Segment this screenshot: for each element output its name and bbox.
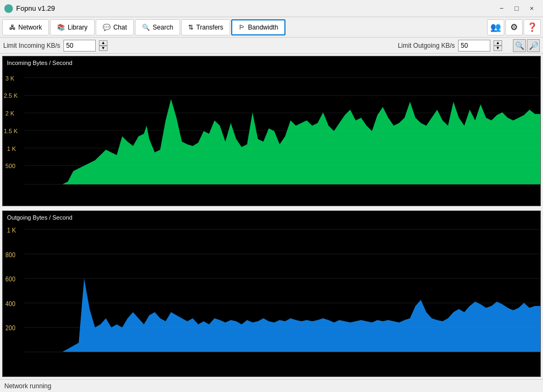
statusbar: Network running xyxy=(0,379,543,392)
nav-network-label: Network xyxy=(18,24,42,31)
zoom-out-button[interactable]: 🔎 xyxy=(527,39,540,52)
outgoing-spin: ▲ ▼ xyxy=(494,40,502,51)
outgoing-chart: Outgoing Bytes / Second 1 K 800 600 400 … xyxy=(2,210,541,377)
nav-transfers-button[interactable]: ⇅ Transfers xyxy=(181,19,230,35)
zoom-in-button[interactable]: 🔍 xyxy=(513,39,526,52)
help-icon: ❓ xyxy=(527,22,538,32)
zoom-buttons: 🔍 🔎 xyxy=(513,39,540,52)
search-icon: 🔍 xyxy=(142,24,150,31)
svg-marker-25 xyxy=(24,278,540,352)
chat-icon: 💬 xyxy=(103,24,111,31)
svg-text:1 K: 1 K xyxy=(7,226,16,234)
nav-bandwidth-button[interactable]: 🏳 Bandwidth xyxy=(231,19,285,35)
incoming-spin: ▲ ▼ xyxy=(99,40,108,51)
settings-icon: ⚙ xyxy=(510,22,518,32)
nav-search-label: Search xyxy=(153,24,173,31)
nav-network-button[interactable]: 🖧 Network xyxy=(2,19,49,35)
svg-text:200: 200 xyxy=(5,324,16,332)
nav-transfers-label: Transfers xyxy=(196,24,223,31)
incoming-chart-svg: 3 K 2.5 K 2 K 1.5 K 1 K 500 xyxy=(3,56,540,206)
incoming-limit-label: Limit Incoming KB/s xyxy=(3,42,60,49)
minimize-button[interactable]: − xyxy=(495,3,509,14)
svg-marker-13 xyxy=(24,99,540,184)
bandwidth-icon: 🏳 xyxy=(239,24,245,31)
nav-chat-label: Chat xyxy=(113,24,127,31)
help-button[interactable]: ❓ xyxy=(524,19,541,35)
outgoing-limit-input[interactable] xyxy=(458,40,490,52)
svg-text:1 K: 1 K xyxy=(7,146,16,152)
titlebar-controls: − □ × xyxy=(495,3,539,14)
nav-bandwidth-label: Bandwidth xyxy=(248,24,278,31)
nav-search-button[interactable]: 🔍 Search xyxy=(135,19,180,35)
nav-chat-button[interactable]: 💬 Chat xyxy=(96,19,134,35)
nav-library-label: Library xyxy=(68,24,88,31)
close-button[interactable]: × xyxy=(525,3,539,14)
toolbar: 🖧 Network 📚 Library 💬 Chat 🔍 Search ⇅ Tr… xyxy=(0,17,543,38)
svg-text:500: 500 xyxy=(5,163,16,170)
app-title: Fopnu v1.29 xyxy=(16,4,55,12)
outgoing-spin-down[interactable]: ▼ xyxy=(494,46,502,51)
titlebar: Fopnu v1.29 − □ × xyxy=(0,0,543,17)
library-icon: 📚 xyxy=(57,24,65,31)
users-icon: 👥 xyxy=(490,22,501,32)
incoming-chart: Incoming Bytes / Second 3 K 2.5 K 2 K 1.… xyxy=(2,56,541,206)
svg-text:600: 600 xyxy=(5,275,16,284)
limitbar: Limit Incoming KB/s ▲ ▼ Limit Outgoing K… xyxy=(0,38,543,54)
outgoing-chart-title: Outgoing Bytes / Second xyxy=(7,214,73,221)
maximize-button[interactable]: □ xyxy=(510,3,524,14)
svg-text:400: 400 xyxy=(5,300,16,308)
svg-text:2.5 K: 2.5 K xyxy=(4,93,18,99)
incoming-chart-title: Incoming Bytes / Second xyxy=(7,60,73,66)
app-icon xyxy=(4,4,13,13)
svg-text:800: 800 xyxy=(5,251,16,259)
outgoing-limit-label: Limit Outgoing KB/s xyxy=(398,42,455,49)
svg-text:1.5 K: 1.5 K xyxy=(4,128,18,134)
transfers-icon: ⇅ xyxy=(188,24,194,31)
outgoing-chart-svg: 1 K 800 600 400 200 xyxy=(3,211,540,376)
svg-text:3 K: 3 K xyxy=(5,75,15,82)
outgoing-spin-up[interactable]: ▲ xyxy=(494,40,502,46)
network-icon: 🖧 xyxy=(9,24,16,31)
users-button[interactable]: 👥 xyxy=(487,19,504,35)
main-content: Incoming Bytes / Second 3 K 2.5 K 2 K 1.… xyxy=(0,54,543,379)
settings-button[interactable]: ⚙ xyxy=(505,19,523,35)
status-text: Network running xyxy=(4,382,51,390)
incoming-spin-up[interactable]: ▲ xyxy=(99,40,108,46)
incoming-spin-down[interactable]: ▼ xyxy=(99,46,108,51)
titlebar-left: Fopnu v1.29 xyxy=(4,4,55,13)
nav-library-button[interactable]: 📚 Library xyxy=(50,19,95,35)
incoming-limit-input[interactable] xyxy=(63,40,96,52)
svg-text:2 K: 2 K xyxy=(5,110,15,117)
